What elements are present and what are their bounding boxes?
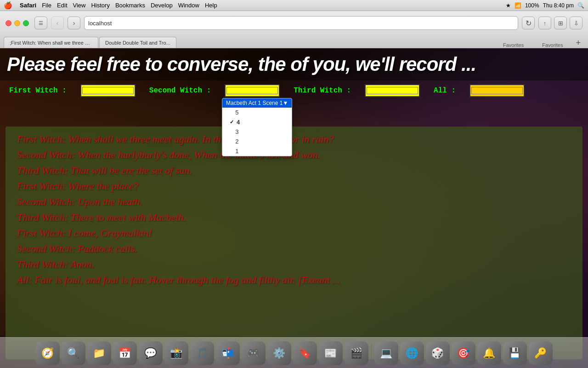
dock-settings[interactable]: ⚙️ bbox=[267, 341, 291, 365]
second-witch-color-picker[interactable] bbox=[225, 84, 280, 97]
back-button[interactable]: ‹ bbox=[51, 17, 64, 29]
dock-storage[interactable]: 💾 bbox=[503, 341, 527, 365]
second-witch-label: Second Witch : bbox=[149, 86, 211, 95]
favorites-label-2: Favorites bbox=[533, 42, 572, 48]
script-area: First Witch: When shall we three meet ag… bbox=[6, 126, 582, 359]
dock-terminal[interactable]: 💻 bbox=[374, 341, 398, 365]
menu-window[interactable]: Window bbox=[178, 2, 199, 9]
script-line-8: Third Witch: Anon. bbox=[17, 259, 571, 270]
toolbar-actions: ↑ ⊞ ⇩ bbox=[538, 17, 582, 29]
dock-mail[interactable]: 📬 bbox=[216, 341, 240, 365]
scene-dropdown-menu[interactable]: Macbeth Act 1 Scene 1 ▼ 5 ✓ 4 3 2 1 bbox=[222, 98, 292, 156]
all-color-picker[interactable] bbox=[469, 84, 525, 97]
search-icon[interactable]: 🔍 bbox=[577, 2, 584, 9]
dock-video[interactable]: 🎬 bbox=[345, 341, 368, 365]
share-button[interactable]: ↑ bbox=[538, 17, 551, 29]
battery-percentage: 100% bbox=[525, 2, 539, 9]
address-bar[interactable]: localhost bbox=[84, 16, 518, 30]
browser-toolbar: ☰ ‹ › localhost ↻ ↑ ⊞ ⇩ bbox=[0, 11, 588, 35]
sidebar-toggle[interactable]: ☰ bbox=[34, 17, 47, 29]
new-tab-button[interactable]: ⊞ bbox=[554, 17, 567, 29]
dropdown-option-4[interactable]: ✓ 4 bbox=[222, 117, 292, 127]
first-witch-color-picker[interactable] bbox=[80, 84, 136, 97]
page-content: Please feel free to converse, the of you… bbox=[0, 48, 588, 368]
dock-browser[interactable]: 🌐 bbox=[400, 341, 424, 365]
apple-menu[interactable]: 🍎 bbox=[4, 1, 12, 10]
dropdown-option-1[interactable]: 1 bbox=[222, 146, 292, 156]
dropdown-option-2[interactable]: 2 bbox=[222, 137, 292, 146]
dock: 🧭 🔍 📁 📅 💬 📸 🎵 📬 🎮 ⚙️ 🔖 📰 🎬 💻 🌐 🎲 🎯 🔔 💾 🔑 bbox=[0, 337, 588, 368]
dock-separator bbox=[371, 344, 372, 362]
script-line-9: All: Fair is foul, and foul is fair. Hov… bbox=[17, 274, 571, 286]
tab-1[interactable]: ;First Witch: When shall we three meet a… bbox=[4, 37, 98, 48]
traffic-lights bbox=[6, 20, 29, 26]
first-witch-label: First Witch : bbox=[9, 86, 67, 95]
close-button[interactable] bbox=[6, 20, 11, 26]
menu-safari[interactable]: Safari bbox=[20, 2, 36, 9]
dropdown-header[interactable]: Macbeth Act 1 Scene 1 ▼ bbox=[222, 98, 292, 108]
script-line-4: Second Witch: Upon the heath. bbox=[17, 196, 571, 208]
menu-edit[interactable]: Edit bbox=[57, 2, 67, 9]
third-witch-label: Third Witch : bbox=[294, 86, 351, 95]
third-witch-color-picker[interactable] bbox=[365, 84, 420, 97]
dock-music[interactable]: 🎵 bbox=[190, 341, 214, 365]
menu-develop[interactable]: Develop bbox=[151, 2, 173, 9]
menu-bar-right: ★ 📶 100% Thu 8:40 pm 🔍 bbox=[506, 2, 584, 9]
script-line-6: First Witch: I come, Graymalkin! bbox=[17, 227, 571, 239]
reload-button[interactable]: ↻ bbox=[522, 17, 535, 29]
clock: Thu 8:40 pm bbox=[543, 2, 574, 9]
dock-spotlight[interactable]: 🔍 bbox=[62, 341, 85, 365]
dock-calendar[interactable]: 📅 bbox=[113, 341, 137, 365]
dock-security[interactable]: 🔑 bbox=[529, 341, 553, 365]
address-text: localhost bbox=[88, 20, 112, 27]
dropdown-chevron-icon: ▼ bbox=[283, 100, 288, 106]
dock-news[interactable]: 📰 bbox=[319, 341, 343, 365]
downloads-button[interactable]: ⇩ bbox=[570, 17, 582, 29]
tab-2[interactable]: Double Double Toil and Tro... bbox=[99, 37, 176, 48]
dock-photos[interactable]: 📸 bbox=[164, 341, 188, 365]
script-line-2: Third Witch: That will be ere the set of… bbox=[17, 165, 571, 177]
dock-games[interactable]: 🎮 bbox=[242, 341, 266, 365]
header-banner: Please feel free to converse, the of you… bbox=[0, 48, 588, 80]
menu-bar: 🍎 Safari File Edit View History Bookmark… bbox=[0, 0, 588, 11]
wifi-icon: 📶 bbox=[514, 2, 521, 9]
all-label: All : bbox=[434, 86, 456, 95]
menu-bookmarks[interactable]: Bookmarks bbox=[115, 2, 145, 9]
menu-file[interactable]: File bbox=[42, 2, 51, 9]
script-line-1: Second Witch: When the hurlyburly's done… bbox=[17, 149, 571, 161]
dock-notifications[interactable]: 🔔 bbox=[477, 341, 501, 365]
tabs-bar: ;First Witch: When shall we three meet a… bbox=[0, 35, 588, 48]
dock-dice[interactable]: 🎲 bbox=[426, 341, 450, 365]
forward-button[interactable]: › bbox=[68, 17, 80, 29]
dropdown-title: Macbeth Act 1 Scene 1 bbox=[226, 100, 283, 106]
menu-help[interactable]: Help bbox=[205, 2, 217, 9]
minimize-button[interactable] bbox=[14, 20, 20, 26]
dropdown-option-3[interactable]: 3 bbox=[222, 127, 292, 137]
browser-chrome: ☰ ‹ › localhost ↻ ↑ ⊞ ⇩ ;First Witch: Wh… bbox=[0, 11, 588, 48]
script-line-0: First Witch: When shall we three meet ag… bbox=[17, 133, 571, 145]
dock-target[interactable]: 🎯 bbox=[452, 341, 475, 365]
favorites-label-1: Favorites bbox=[494, 42, 533, 48]
dock-files[interactable]: 📁 bbox=[87, 341, 111, 365]
script-line-7: Second Witch: Paddock calls. bbox=[17, 243, 571, 255]
dock-bookmarks[interactable]: 🔖 bbox=[293, 341, 317, 365]
menu-view[interactable]: View bbox=[73, 2, 86, 9]
dock-finder[interactable]: 🧭 bbox=[36, 341, 60, 365]
script-line-3: First Witch: Where the place? bbox=[17, 180, 571, 192]
color-pickers-row: First Witch : Second Witch : Third Witch… bbox=[0, 80, 588, 101]
menu-history[interactable]: History bbox=[91, 2, 109, 9]
add-tab-button[interactable]: + bbox=[572, 38, 584, 48]
script-line-5: Third Witch: There to meet with Macbeth. bbox=[17, 212, 571, 224]
maximize-button[interactable] bbox=[23, 20, 29, 26]
bluetooth-icon: ★ bbox=[506, 2, 511, 9]
header-text: Please feel free to converse, the of you… bbox=[7, 53, 476, 75]
dock-messages[interactable]: 💬 bbox=[139, 341, 163, 365]
dropdown-option-5[interactable]: 5 bbox=[222, 108, 292, 117]
